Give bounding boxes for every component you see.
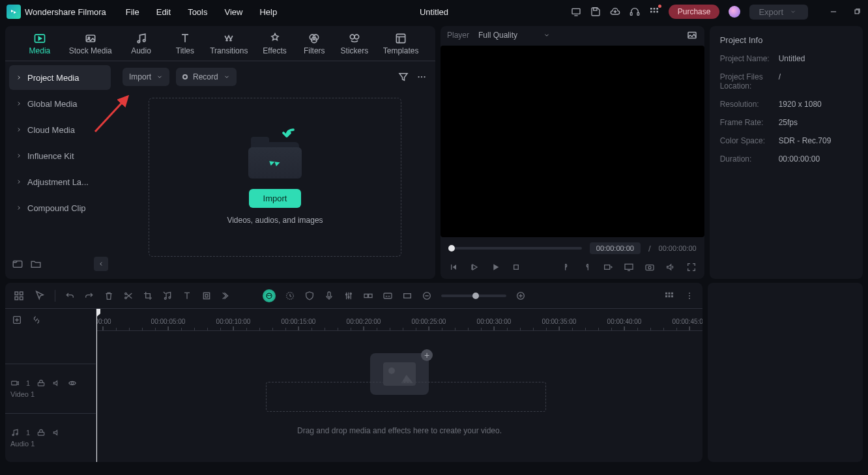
media-drop-zone[interactable]: Import Videos, audios, and images	[149, 98, 401, 257]
new-folder-icon[interactable]	[12, 258, 23, 270]
timecode-current[interactable]: 00:00:00:00	[590, 242, 641, 254]
play-icon[interactable]	[490, 262, 500, 272]
link-icon[interactable]	[31, 315, 42, 325]
tab-filters[interactable]: Filters	[295, 32, 334, 55]
fullscreen-icon[interactable]	[686, 262, 697, 272]
group-icon[interactable]	[363, 291, 373, 301]
add-track-icon[interactable]	[12, 315, 22, 325]
menu-view[interactable]: View	[224, 7, 242, 17]
tab-audio[interactable]: Audio	[116, 32, 167, 55]
sidebar-item-influence-kit[interactable]: Influence Kit	[9, 143, 111, 168]
apps-icon[interactable]	[649, 7, 659, 17]
play-range-icon[interactable]	[469, 262, 480, 272]
redo-icon[interactable]	[84, 291, 94, 301]
player-scrubber[interactable]	[448, 247, 582, 250]
tab-stickers[interactable]: Stickers	[334, 32, 376, 55]
timeline-ruler[interactable]: 00:0000:00:05:0000:00:10:0000:00:15:0000…	[96, 309, 702, 331]
ai-tools-icon[interactable]	[263, 289, 276, 302]
menu-help[interactable]: Help	[259, 7, 277, 17]
aspect-dropdown-icon[interactable]	[603, 262, 613, 272]
expand-icon[interactable]	[221, 291, 231, 301]
crop-icon[interactable]	[143, 291, 153, 301]
prev-frame-icon[interactable]	[448, 262, 459, 272]
svg-rect-58	[669, 292, 671, 294]
import-dropdown[interactable]: Import	[123, 68, 169, 86]
user-avatar[interactable]	[729, 6, 740, 18]
svg-rect-35	[15, 296, 18, 300]
sidebar-item-project-media[interactable]: Project Media	[9, 65, 111, 90]
svg-rect-47	[328, 292, 330, 297]
delete-icon[interactable]	[104, 291, 114, 301]
menu-edit[interactable]: Edit	[156, 7, 171, 17]
export-button[interactable]: Export	[749, 5, 808, 20]
cursor-icon[interactable]	[34, 290, 46, 302]
save-icon[interactable]	[590, 7, 601, 17]
sidebar-item-cloud-media[interactable]: Cloud Media	[9, 117, 111, 142]
split-icon[interactable]	[123, 291, 134, 301]
subtitle-icon[interactable]	[383, 291, 393, 301]
svg-point-70	[12, 434, 14, 435]
tab-stock-media[interactable]: Stock Media	[65, 32, 116, 55]
sidebar-item-adjustment-layer[interactable]: Adjustment La...	[9, 169, 111, 194]
window-restore-icon[interactable]	[852, 7, 861, 16]
mic-icon[interactable]	[324, 291, 334, 301]
grid-view-icon[interactable]	[13, 290, 25, 302]
window-minimize-icon[interactable]	[829, 7, 838, 16]
zoom-slider[interactable]	[441, 295, 506, 297]
svg-rect-5	[653, 8, 655, 10]
svg-point-23	[418, 76, 419, 78]
text-icon[interactable]	[182, 291, 192, 301]
timecode-total: 00:00:00:00	[659, 244, 697, 252]
undo-icon[interactable]	[65, 291, 75, 301]
svg-point-19	[350, 35, 354, 39]
track-head-video-1[interactable]: 1 Video 1	[5, 364, 96, 413]
ratio-icon[interactable]	[402, 291, 412, 301]
mark-in-icon[interactable]	[561, 262, 571, 272]
svg-rect-0	[572, 8, 580, 14]
track-head-audio-1[interactable]: 1 Audio 1	[5, 413, 96, 463]
speed-icon[interactable]	[285, 291, 295, 301]
cloud-icon[interactable]	[610, 7, 620, 17]
menu-tools[interactable]: Tools	[188, 7, 207, 17]
volume-icon[interactable]	[665, 262, 676, 272]
display-icon[interactable]	[571, 7, 581, 17]
adjust-icon[interactable]	[201, 291, 212, 301]
import-button[interactable]: Import	[249, 189, 302, 208]
playhead[interactable]	[96, 309, 97, 462]
headset-icon[interactable]	[629, 7, 640, 17]
playback-quality-dropdown[interactable]: Full Quality	[478, 31, 550, 40]
sidebar-item-compound-clip[interactable]: Compound Clip	[9, 195, 111, 220]
zoom-in-icon[interactable]	[515, 291, 526, 301]
audio-sync-icon[interactable]	[162, 291, 173, 301]
sidebar-item-global-media[interactable]: Global Media	[9, 91, 111, 116]
svg-rect-54	[404, 293, 411, 298]
svg-rect-28	[514, 265, 519, 270]
tab-effects[interactable]: Effects	[254, 32, 295, 55]
video-track-dropzone[interactable]	[266, 382, 546, 412]
mixer-icon[interactable]	[343, 291, 354, 301]
zoom-out-icon[interactable]	[422, 291, 432, 301]
shield-icon[interactable]	[304, 291, 315, 301]
snapshot-icon[interactable]	[686, 29, 698, 41]
track-options-icon[interactable]	[663, 290, 675, 302]
open-folder-icon[interactable]	[30, 258, 42, 270]
record-dropdown[interactable]: Record	[176, 68, 237, 86]
camera-icon[interactable]	[644, 262, 655, 272]
menu-file[interactable]: File	[126, 7, 139, 17]
mark-out-icon[interactable]	[582, 262, 592, 272]
track-settings-icon[interactable]	[684, 291, 695, 301]
tab-transitions[interactable]: Transitions	[203, 32, 254, 55]
timeline-tracks-area[interactable]: 00:0000:00:05:0000:00:10:0000:00:15:0000…	[96, 309, 702, 462]
stop-icon[interactable]	[511, 262, 521, 272]
svg-point-71	[16, 433, 18, 435]
collapse-sidebar-icon[interactable]	[94, 257, 108, 271]
display-out-icon[interactable]	[624, 262, 634, 272]
more-icon[interactable]	[416, 71, 427, 83]
filter-icon[interactable]	[398, 71, 409, 83]
tab-media[interactable]: Media	[14, 32, 65, 55]
svg-rect-57	[665, 292, 667, 294]
svg-rect-51	[364, 294, 368, 297]
tab-titles[interactable]: Titles	[166, 32, 203, 55]
purchase-button[interactable]: Purchase	[669, 5, 720, 19]
tab-templates[interactable]: Templates	[375, 32, 426, 55]
